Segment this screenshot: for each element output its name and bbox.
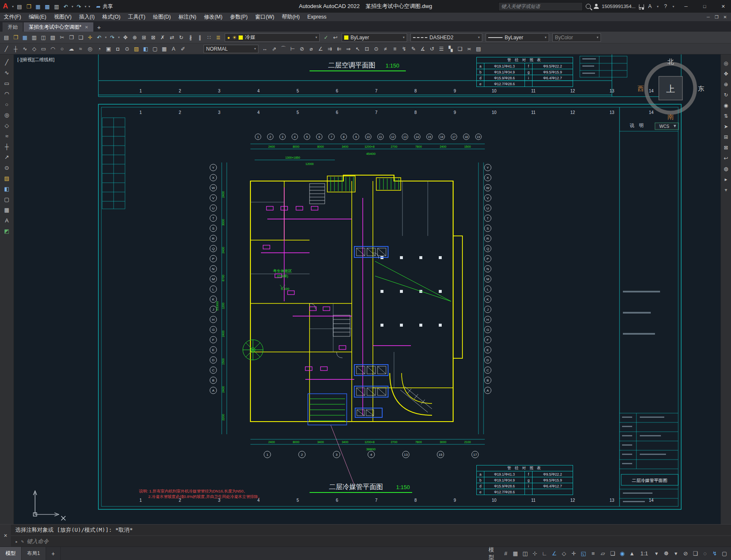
- dim-update-icon[interactable]: ↺: [427, 44, 437, 54]
- region-icon[interactable]: ▢: [0, 194, 14, 205]
- navbar-more-icon[interactable]: ▾: [721, 184, 731, 195]
- layer-previous-icon[interactable]: ↩: [331, 33, 340, 42]
- command-close-icon[interactable]: ✕: [0, 525, 11, 546]
- center-mark-icon[interactable]: ⊙: [372, 44, 381, 54]
- orbit-icon[interactable]: ↻: [721, 89, 731, 100]
- gradient-icon[interactable]: ◧: [141, 44, 150, 54]
- menu-modify[interactable]: 修改(M): [200, 13, 226, 21]
- publish-icon[interactable]: ▨: [48, 33, 57, 42]
- object-snap-tracking-icon[interactable]: ✛: [569, 548, 579, 559]
- menu-edit[interactable]: 编辑(E): [25, 13, 50, 21]
- polyline-icon[interactable]: ∿: [20, 44, 30, 54]
- multiline-text-icon[interactable]: A: [0, 215, 14, 226]
- snap-mode-icon[interactable]: ▦: [511, 548, 520, 559]
- layer-properties-icon[interactable]: ≣: [214, 33, 223, 42]
- plotstyle-combo[interactable]: ByColor ▾: [552, 33, 601, 42]
- look-icon[interactable]: ◉: [721, 100, 731, 111]
- menu-tools[interactable]: 工具(T): [124, 13, 149, 21]
- table-icon[interactable]: ▦: [160, 44, 169, 54]
- menu-draw[interactable]: 绘图(D): [149, 13, 174, 21]
- text-style-combo[interactable]: NORMAL ▾: [204, 45, 258, 53]
- hatch-edit-icon[interactable]: ▤: [474, 44, 483, 54]
- polar-tracking-icon[interactable]: ∠: [549, 548, 559, 559]
- infer-constraints-icon[interactable]: ◫: [520, 548, 530, 559]
- object-snap-icon[interactable]: ◱: [579, 548, 588, 559]
- dim-angular-icon[interactable]: ∠: [316, 44, 325, 54]
- menu-dimension[interactable]: 标注(N): [175, 13, 200, 21]
- copy-icon[interactable]: ❐: [67, 33, 76, 42]
- insert-block-icon[interactable]: ▣: [104, 44, 113, 54]
- qat-redo-dropdown-icon[interactable]: ▾: [84, 2, 87, 11]
- qnew-icon[interactable]: ▤: [2, 33, 11, 42]
- text-style-combo-caret-icon[interactable]: ▾: [254, 47, 256, 51]
- annotation-scale-icon[interactable]: 1:1: [637, 548, 652, 559]
- menu-format[interactable]: 格式(O): [98, 13, 124, 21]
- spline-icon[interactable]: ≈: [0, 131, 14, 141]
- wcs-dropdown[interactable]: WCS: [655, 123, 679, 130]
- tolerance-icon[interactable]: ⊡: [362, 44, 372, 54]
- qat-redo-icon[interactable]: ↷: [74, 2, 84, 11]
- qat-open-icon[interactable]: ❒: [24, 2, 33, 11]
- dim-arc-length-icon[interactable]: ⌒: [279, 44, 288, 54]
- match-properties-icon[interactable]: ✛: [85, 33, 95, 42]
- autoscale-icon[interactable]: ▲: [627, 548, 637, 559]
- plot-icon[interactable]: ▥: [30, 33, 39, 42]
- ellipse-icon[interactable]: ◎: [85, 44, 95, 54]
- workspace-dropdown-icon[interactable]: ▾: [671, 548, 681, 559]
- gradient-icon[interactable]: ◧: [0, 184, 14, 194]
- qat-saveas-icon[interactable]: ▩: [43, 2, 52, 11]
- dim-diameter-icon[interactable]: ⌀: [307, 44, 316, 54]
- table-icon[interactable]: ▦: [0, 205, 14, 215]
- multiline-text-icon[interactable]: A: [169, 44, 178, 54]
- zoom-window-icon[interactable]: ⊞: [139, 33, 149, 42]
- multileader-icon[interactable]: ↖: [353, 44, 362, 54]
- qat-new-icon[interactable]: ▤: [15, 2, 24, 11]
- polygon-icon[interactable]: ◇: [30, 44, 39, 54]
- clean-screen-icon[interactable]: ▢: [720, 548, 729, 559]
- walk-icon[interactable]: ⇅: [721, 111, 731, 121]
- undo-dropdown-icon[interactable]: ▾: [104, 33, 108, 42]
- offset-icon[interactable]: ∥: [195, 33, 204, 42]
- search-icon[interactable]: [586, 4, 591, 9]
- spline-icon[interactable]: ≈: [76, 44, 85, 54]
- create-block-icon[interactable]: ◘: [113, 44, 122, 54]
- transparency-icon[interactable]: ▱: [598, 548, 608, 559]
- color-combo[interactable]: ByLayer ▾: [342, 33, 407, 42]
- dim-text-angle-icon[interactable]: ∡: [418, 44, 427, 54]
- ray-icon[interactable]: ↗: [0, 152, 14, 162]
- erase-icon[interactable]: ✗: [158, 33, 167, 42]
- lineweight-combo[interactable]: ByLayer ▾: [486, 33, 549, 42]
- cut-icon[interactable]: ✂: [57, 33, 67, 42]
- hatch-icon[interactable]: ▨: [132, 44, 141, 54]
- dim-radius-icon[interactable]: ⊘: [297, 44, 307, 54]
- construction-line-icon[interactable]: ┼: [0, 141, 14, 152]
- quick-properties-icon[interactable]: ❑: [690, 548, 700, 559]
- dim-linear-icon[interactable]: ↔: [260, 44, 269, 54]
- tool-palettes-icon[interactable]: ◩: [0, 226, 14, 236]
- ortho-mode-icon[interactable]: ∟: [540, 548, 549, 559]
- tab-close-icon[interactable]: ✕: [85, 25, 88, 30]
- new-tab-button[interactable]: +: [94, 22, 104, 32]
- model-space-icon[interactable]: 模型: [486, 548, 501, 559]
- linetype-combo-caret-icon[interactable]: ▾: [478, 35, 480, 39]
- polyline-icon[interactable]: ∿: [0, 68, 14, 78]
- viewcube[interactable]: 上 北 南 西 东: [638, 58, 704, 120]
- autocad-logo-icon[interactable]: A: [0, 0, 11, 13]
- doc-minimize-icon[interactable]: ─: [704, 13, 712, 21]
- graphics-performance-icon[interactable]: ↯: [710, 548, 720, 559]
- open-icon[interactable]: ❒: [11, 33, 20, 42]
- model-tab[interactable]: 模型: [0, 547, 22, 560]
- command-input[interactable]: ▸ ✎ 键入命令: [11, 536, 731, 547]
- search-input[interactable]: 键入关键字或短语: [498, 2, 583, 11]
- qat-plot-icon[interactable]: ▥: [52, 2, 61, 11]
- window-minimize-button[interactable]: ─: [678, 0, 694, 13]
- color-combo-caret-icon[interactable]: ▾: [403, 35, 405, 39]
- add-layout-button[interactable]: +: [46, 547, 61, 560]
- autodesk-account-dropdown-icon[interactable]: ▾: [656, 2, 660, 11]
- qat-save-icon[interactable]: ▦: [33, 2, 43, 11]
- dim-jog-icon[interactable]: ↯: [399, 44, 409, 54]
- dim-aligned-icon[interactable]: ⇗: [269, 44, 279, 54]
- dynamic-input-icon[interactable]: ⊹: [530, 548, 540, 559]
- pan-icon[interactable]: ✥: [721, 68, 731, 79]
- menu-file[interactable]: 文件(F): [0, 13, 25, 21]
